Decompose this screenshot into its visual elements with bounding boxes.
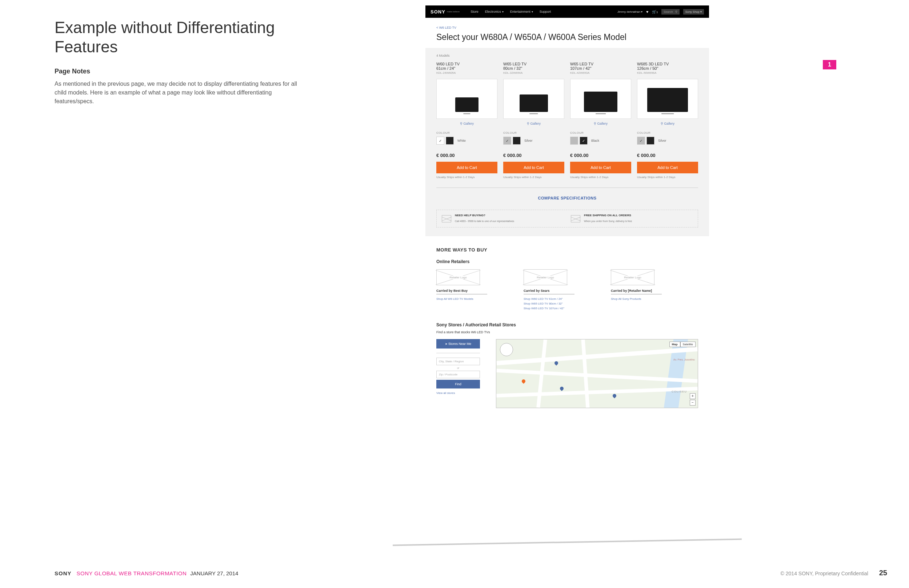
product-card: W60 LED TV 61cm / 24" KDL-24W605A Galler…	[436, 62, 497, 179]
retailer-shop-link[interactable]: Shop W65 LED TV 107cm / 42"	[524, 307, 596, 310]
map-road-label: Av. Pres. Juscelino	[673, 358, 695, 361]
footer-copyright: © 2014 SONY, Proprietary Confidential	[781, 570, 868, 577]
colour-swatch[interactable]	[513, 137, 521, 145]
map-area-label: COLISEU	[671, 390, 687, 393]
store-map[interactable]: Av. Pres. Juscelino COLISEU Map Satellit…	[496, 339, 698, 408]
nav-electronics[interactable]: Electronics▾	[485, 10, 504, 13]
shipping-note: Usually Ships within 1-2 Days	[570, 176, 631, 179]
placeholder-image-icon	[442, 215, 451, 222]
stores-near-me-button[interactable]: Stores Near Me	[436, 339, 480, 349]
retailer-logo-placeholder: Retailer Logo	[611, 269, 655, 285]
retailer-shop-link[interactable]: Shop W60 LED TV 61cm / 24"	[524, 297, 596, 300]
chevron-down-icon: ▾	[502, 10, 504, 13]
colour-name: Silver	[524, 139, 533, 142]
wishlist-icon[interactable]: ♥	[646, 10, 648, 14]
product-sku: KDL-50W656A	[637, 71, 698, 74]
colour-swatch[interactable]	[446, 137, 454, 145]
product-dimensions: 61cm / 24"	[436, 66, 497, 71]
compare-specs-link[interactable]: COMPARE SPECIFICATIONS	[538, 196, 597, 200]
product-card: W65 LED TV 80cm / 32" KDL-32W654A Galler…	[503, 62, 564, 179]
nav-support[interactable]: Support	[540, 10, 551, 13]
gallery-link[interactable]: Gallery	[503, 122, 564, 125]
retailer-carried-by: Carried by Sears	[524, 289, 574, 294]
map-zoom-in[interactable]: +	[690, 393, 695, 399]
view-all-stores-link[interactable]: View all stores	[436, 391, 491, 395]
product-dimensions: 126cm / 50"	[637, 66, 698, 71]
stores-subheading: Find a store that stocks W6 LED TVs	[436, 330, 698, 334]
gallery-link[interactable]: Gallery	[637, 122, 698, 125]
doc-title: Example without Differentiating Features	[55, 18, 309, 57]
add-to-cart-button[interactable]: Add to Cart	[637, 162, 698, 173]
map-pan-control[interactable]	[500, 343, 513, 356]
doc-footer: SONY SONY GLOBAL WEB TRANSFORMATION JANU…	[55, 569, 887, 577]
map-type-map[interactable]: Map	[670, 342, 680, 347]
product-dimensions: 80cm / 32"	[503, 66, 564, 71]
colour-swatch[interactable]: ✓	[503, 137, 511, 145]
map-zoom-out[interactable]: −	[690, 400, 695, 405]
colour-swatch[interactable]: ✓	[579, 137, 587, 145]
city-input[interactable]: City, State / Region	[436, 358, 480, 365]
help-buying-title: NEED HELP BUYING?	[455, 214, 514, 217]
add-to-cart-button[interactable]: Add to Cart	[503, 162, 564, 173]
brand-logo[interactable]: SONY	[430, 9, 445, 15]
nav-store[interactable]: Store	[471, 10, 479, 13]
shipping-note: Usually Ships within 1-2 Days	[637, 176, 698, 179]
shop-dropdown[interactable]: Sony Shop ▾	[683, 9, 704, 15]
notes-body: As mentioned in the previous page, we ma…	[55, 79, 309, 106]
or-label: or	[436, 367, 480, 369]
footer-date: JANUARY 27, 2014	[190, 570, 238, 577]
user-menu[interactable]: Jimmy dehnathan ▾	[617, 10, 642, 13]
product-name: W65 LED TV	[503, 62, 564, 66]
footer-page-number: 25	[879, 569, 887, 577]
retailer-block: Retailer Logo Carried by Sears Shop W60 …	[524, 269, 596, 312]
page-title: Select your W680A / W650A / W600A Series…	[436, 32, 698, 42]
colour-swatch[interactable]	[570, 137, 578, 145]
shipping-note: Usually Ships within 1-2 Days	[436, 176, 497, 179]
breadcrumb[interactable]: < W6 LED TV	[436, 26, 698, 29]
mwtb-heading: MORE WAYS TO BUY	[436, 247, 698, 252]
retailer-shop-link[interactable]: Shop All W6 LED TV Models	[436, 297, 509, 300]
colour-swatch[interactable]	[647, 137, 655, 145]
map-pin-icon[interactable]	[521, 379, 526, 384]
product-thumbnail[interactable]	[436, 79, 497, 119]
map-type-satellite[interactable]: Satellite	[680, 342, 695, 347]
notes-heading: Page Notes	[55, 68, 309, 75]
colour-swatch[interactable]: ✓	[436, 137, 444, 145]
zip-input[interactable]: Zip / Postcode	[436, 371, 480, 378]
retailer-shop-link[interactable]: Shop All Sony Products	[611, 297, 684, 300]
product-thumbnail[interactable]	[503, 79, 564, 119]
gallery-link[interactable]: Gallery	[570, 122, 631, 125]
footer-brand: SONY	[55, 570, 72, 577]
add-to-cart-button[interactable]: Add to Cart	[570, 162, 631, 173]
brand-tagline: make.believe	[447, 11, 459, 13]
search-icon: ⚲	[675, 10, 678, 13]
retailer-shop-link[interactable]: Shop W65 LED TV 80cm / 32"	[524, 302, 596, 305]
colour-swatch[interactable]: ✓	[637, 137, 645, 145]
product-dimensions: 107cm / 42"	[570, 66, 631, 71]
gallery-link[interactable]: Gallery	[436, 122, 497, 125]
map-pin-icon[interactable]	[559, 386, 564, 391]
free-shipping-body: When you order from Sony, delivery is fr…	[584, 220, 632, 222]
product-thumbnail[interactable]	[570, 79, 631, 119]
find-button[interactable]: Find	[436, 380, 480, 388]
search-input[interactable]: Search⚲	[662, 9, 679, 15]
colour-name: Black	[591, 139, 599, 142]
colour-name: White	[458, 139, 466, 142]
shipping-note: Usually Ships within 1-2 Days	[503, 176, 564, 179]
retailer-logo-placeholder: Retailer Logo	[436, 269, 480, 285]
help-buying-body: Call 4003 - 9500 to talk to one of our r…	[455, 220, 514, 222]
map-pin-icon[interactable]	[612, 393, 617, 398]
product-price: € 000.00	[570, 153, 631, 158]
cart-icon[interactable]: 🛒1	[652, 10, 658, 14]
product-price: € 000.00	[637, 153, 698, 158]
retailer-carried-by: Carried by Best Buy	[436, 289, 487, 294]
stores-heading: Sony Stores / Authorized Retail Stores	[436, 322, 698, 328]
free-shipping-title: FREE SHIPPING ON ALL ORDERS	[584, 214, 632, 217]
chevron-down-icon: ▾	[532, 10, 533, 13]
nav-entertainment[interactable]: Entertainment▾	[510, 10, 533, 13]
colour-label: COLOUR	[503, 131, 564, 134]
model-count: 4 Models	[436, 54, 698, 57]
add-to-cart-button[interactable]: Add to Cart	[436, 162, 497, 173]
footer-project: SONY GLOBAL WEB TRANSFORMATION	[77, 570, 187, 577]
product-thumbnail[interactable]	[637, 79, 698, 119]
